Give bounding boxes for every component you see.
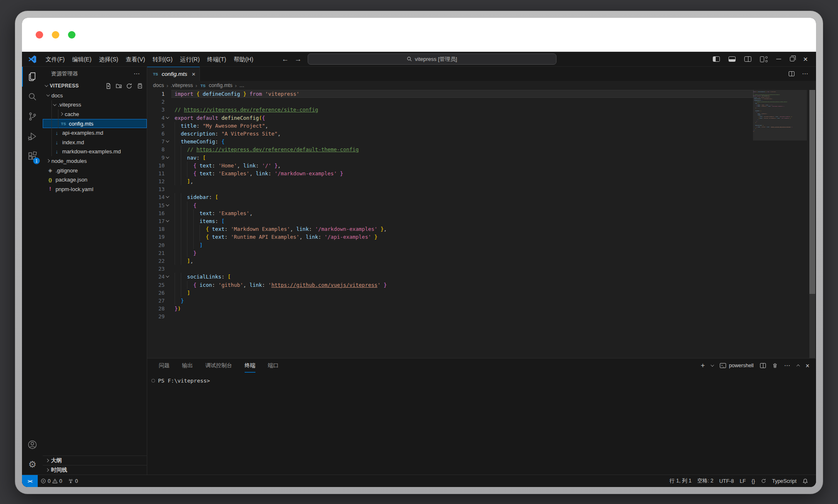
indentation[interactable]: 空格: 2 <box>695 477 717 485</box>
menu-item[interactable]: 终端(T) <box>204 56 230 63</box>
menu-item[interactable]: 运行(R) <box>176 56 203 63</box>
panel-tab-终端[interactable]: 终端 <box>245 359 255 373</box>
tree-item-api-examples.md[interactable]: ↓api-examples.md <box>43 128 147 138</box>
code-line-9: 9 nav: [ <box>147 154 816 162</box>
panel-more-actions-icon[interactable]: ⋯ <box>784 362 791 369</box>
tree-item-markdown-examples.md[interactable]: ↓markdown-examples.md <box>43 147 147 157</box>
toggle-secondary-sidebar-icon[interactable] <box>744 56 751 62</box>
tree-item-.vitepress[interactable]: .vitepress <box>43 100 147 110</box>
notifications[interactable] <box>799 478 811 484</box>
menu-item[interactable]: 文件(F) <box>42 56 68 63</box>
new-file-icon[interactable] <box>105 83 112 89</box>
problems-status[interactable]: 0 0 <box>38 475 65 487</box>
panel-tab-端口[interactable]: 端口 <box>268 359 279 373</box>
sidebar-section-大纲[interactable]: 大纲 <box>43 456 147 465</box>
tab-close-icon[interactable]: × <box>192 70 196 78</box>
menu-item[interactable]: 帮助(H) <box>230 56 257 63</box>
account-icon <box>27 440 37 450</box>
tree-item-docs[interactable]: docs <box>43 91 147 100</box>
editor-group: TS config.mts × ⋯ docs›.vitepress›TSconf… <box>147 67 816 475</box>
activitybar-run-debug[interactable] <box>22 126 43 146</box>
traffic-zoom-button[interactable] <box>68 31 75 39</box>
sync-icon <box>761 478 766 484</box>
terminal[interactable]: PS F:\vitepress> <box>147 373 816 384</box>
tree-item-cache[interactable]: cache <box>43 109 147 119</box>
close-panel-icon[interactable]: × <box>806 363 809 368</box>
editor-scrollbar[interactable] <box>809 90 815 358</box>
panel-tab-问题[interactable]: 问题 <box>159 359 170 373</box>
split-editor-icon[interactable] <box>789 71 794 76</box>
code-line-8: 8 // https://vitepress.dev/reference/def… <box>147 145 816 153</box>
menu-item[interactable]: 编辑(E) <box>68 56 95 63</box>
activitybar-explorer[interactable] <box>22 67 43 87</box>
breadcrumb-item[interactable]: .vitepress <box>171 82 193 88</box>
gear-icon: ⚙ <box>28 459 36 470</box>
nav-back-icon[interactable]: ← <box>282 55 289 63</box>
minimap-slider[interactable] <box>753 90 807 141</box>
encoding[interactable]: UTF-8 <box>717 478 737 484</box>
menu-item[interactable]: 转到(G) <box>149 56 176 63</box>
editor-more-actions-icon[interactable]: ⋯ <box>802 70 809 78</box>
traffic-close-button[interactable] <box>36 31 43 39</box>
tree-item-index.md[interactable]: ↓index.md <box>43 138 147 147</box>
activitybar-settings[interactable]: ⚙ <box>22 455 43 475</box>
tab-config-mts[interactable]: TS config.mts × <box>147 67 200 81</box>
eol-sequence[interactable]: LF <box>737 478 749 484</box>
close-button[interactable]: × <box>803 56 808 62</box>
restore-button[interactable] <box>790 57 794 61</box>
radio-tower-icon <box>68 478 73 484</box>
toggle-panel-icon[interactable] <box>729 56 736 62</box>
activitybar-source-control[interactable] <box>22 107 43 126</box>
refresh-icon[interactable] <box>126 83 132 89</box>
code-editor[interactable]: 1import { defineConfig } from 'vitepress… <box>147 90 816 358</box>
code-line-27: 27 } <box>147 297 816 305</box>
debug-icon <box>27 131 37 141</box>
explorer-more-actions-icon[interactable]: ⋯ <box>134 70 140 78</box>
desktop: { "menubar": { "items": ["文件(F)", "编辑(E)… <box>0 0 838 504</box>
maximize-panel-icon[interactable] <box>796 364 799 368</box>
collapse-all-icon[interactable] <box>136 83 143 89</box>
panel-tab-调试控制台[interactable]: 调试控制台 <box>205 359 232 373</box>
line-number: 29 <box>147 313 165 320</box>
code-line-23: 23 <box>147 265 816 273</box>
toggle-sidebar-icon[interactable] <box>713 56 720 62</box>
tree-item-package.json[interactable]: {}package.json <box>43 175 147 184</box>
tree-item-config.mts[interactable]: TSconfig.mts <box>43 119 147 128</box>
command-center-text: vitepress [管理员] <box>415 56 457 63</box>
language-mode[interactable]: TypeScript <box>769 478 799 484</box>
activitybar-account[interactable] <box>22 435 43 455</box>
breadcrumb-item[interactable]: … <box>239 82 245 88</box>
menubar: 文件(F)编辑(E)选择(S)查看(V)转到(G)运行(R)终端(T)帮助(H)… <box>22 52 816 67</box>
menu-item[interactable]: 选择(S) <box>95 56 122 63</box>
remote-indicator[interactable]: >< <box>22 475 38 487</box>
customize-layout-icon[interactable] <box>760 56 768 62</box>
sidebar-section-时间线[interactable]: 时间线 <box>43 465 147 475</box>
activitybar-extensions[interactable]: 1 <box>22 146 43 166</box>
ports-status[interactable]: 0 <box>65 475 81 487</box>
cursor-position[interactable]: 行 1, 列 1 <box>667 477 695 485</box>
command-center-search[interactable]: vitepress [管理员] <box>308 53 556 65</box>
nav-forward-icon[interactable]: → <box>295 55 302 63</box>
trash-icon[interactable] <box>772 363 778 368</box>
menu-item[interactable]: 查看(V) <box>122 56 149 63</box>
terminal-name[interactable]: powershell <box>729 363 754 368</box>
workspace-name: VITEPRESS <box>50 83 105 89</box>
code-line-6: 6 description: "A VitePress Site", <box>147 130 816 138</box>
new-folder-icon[interactable] <box>116 83 122 89</box>
terminal-dropdown-icon[interactable] <box>711 363 714 366</box>
panel-tab-输出[interactable]: 输出 <box>182 359 193 373</box>
minimize-button[interactable] <box>776 59 781 60</box>
language-status-braces[interactable]: {} <box>749 478 758 484</box>
new-terminal-icon[interactable]: + <box>701 363 705 368</box>
explorer-section-header[interactable]: VITEPRESS <box>43 81 147 91</box>
activitybar-search[interactable] <box>22 87 43 107</box>
breadcrumb-item[interactable]: docs <box>153 82 164 88</box>
breadcrumb-item[interactable]: config.mts <box>209 82 233 88</box>
tree-item-.gitignore[interactable]: ◈.gitignore <box>43 166 147 175</box>
line-number: 2 <box>147 98 165 106</box>
sync-status[interactable] <box>758 478 769 484</box>
tree-item-node_modules[interactable]: node_modules <box>43 156 147 166</box>
split-terminal-icon[interactable] <box>760 363 766 368</box>
traffic-minimize-button[interactable] <box>52 31 59 39</box>
tree-item-pnpm-lock.yaml[interactable]: !pnpm-lock.yaml <box>43 184 147 194</box>
